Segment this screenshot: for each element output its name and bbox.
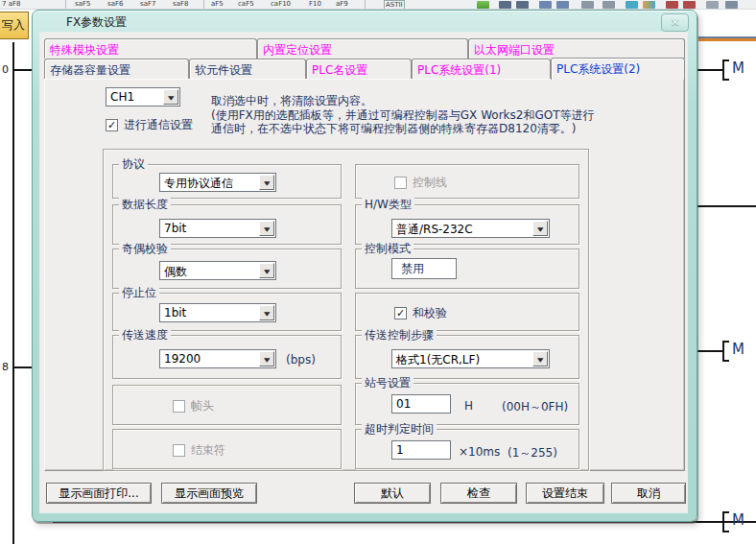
fx-parameter-dialog: FX参数设置 ✕ 特殊模块设置 内置定位设置 以太网端口设置 存储器容量设置 软… [32, 10, 697, 522]
toolbar-button[interactable]: saF8 [173, 0, 188, 8]
toolbar-button[interactable]: ASTII [384, 0, 405, 10]
station-number-input[interactable] [391, 394, 451, 414]
screen: 写入 0 8 M M M 7 aF8 saF5 saF6 saF7 saF8 a… [0, 0, 756, 544]
protocol-group: 协议 专用协议通信 ▼ [112, 164, 342, 199]
toolbar-icon[interactable] [602, 1, 615, 9]
dialog-client-area: 特殊模块设置 内置定位设置 以太网端口设置 存储器容量设置 软元件设置 PLC名… [39, 32, 688, 513]
tab-plc-system-1[interactable]: PLC系统设置(1) [412, 59, 551, 79]
screen-preview-button[interactable]: 显示画面预览 [161, 483, 257, 504]
ladder-wire [13, 69, 32, 71]
toolbar-button[interactable]: saF7 [140, 0, 155, 8]
toolbar-button[interactable]: saF5 [75, 0, 90, 8]
check-icon: ✓ [396, 308, 405, 319]
toolbar-icon[interactable] [683, 1, 696, 9]
toolbar-icon[interactable] [539, 1, 552, 9]
toolbar-button[interactable]: aF9 [336, 0, 348, 8]
rung-number-0: 0 [2, 63, 9, 76]
check-button[interactable]: 检查 [440, 483, 517, 504]
check-icon: ✓ [107, 120, 116, 130]
comm-setting-checkbox[interactable]: ✓ 进行通信设置 [106, 117, 193, 133]
default-button[interactable]: 默认 [354, 483, 431, 504]
hw-type-select[interactable]: 普通/RS-232C ▼ [391, 219, 550, 238]
ladder-wire [697, 350, 724, 352]
toolbar-icon[interactable] [581, 1, 594, 9]
protocol-select[interactable]: 专用协议通信 ▼ [159, 173, 276, 192]
toolbar-button[interactable]: caF5 [238, 0, 254, 8]
tab-memory-capacity[interactable]: 存储器容量设置 [44, 59, 189, 79]
coil-bracket-icon [722, 59, 729, 81]
coil-bracket-icon [722, 511, 729, 532]
setting-end-button[interactable]: 设置结束 [526, 483, 604, 504]
toolbar-button[interactable]: 7 aF8 [2, 0, 20, 8]
tab-builtin-positioning[interactable]: 内置定位设置 [257, 38, 468, 59]
toolbar-button[interactable]: aF5 [211, 0, 224, 8]
tab-plc-system-2[interactable]: PLC系统设置(2) [551, 58, 685, 80]
toolbar-icon[interactable] [477, 1, 489, 9]
toolbar-icon[interactable] [516, 1, 529, 9]
baud-rate-group: 传送速度 19200 ▼ (bps) [112, 335, 342, 379]
ladder-wire [697, 69, 724, 71]
toolbar-icon[interactable] [643, 1, 655, 9]
parity-select[interactable]: 偶数 ▼ [159, 261, 276, 280]
terminator-checkbox[interactable]: 结束符 [173, 442, 225, 459]
coil-device-m: M [732, 341, 744, 358]
toolbar-button[interactable]: saF6 [107, 0, 123, 8]
control-line-checkbox[interactable]: 控制线 [394, 175, 447, 191]
control-line-group: 控制线 [355, 164, 579, 199]
background-write-tab: 写入 [0, 12, 29, 39]
background-window-edge-orange [698, 38, 756, 41]
coil-device-m: M [732, 59, 744, 77]
toolbar-icon[interactable] [499, 1, 511, 9]
coil-device-m: M [732, 511, 744, 529]
toolbar-icon[interactable] [556, 1, 569, 9]
chevron-down-icon[interactable]: ▼ [532, 351, 548, 367]
hw-type-group: H/W类型 普通/RS-232C ▼ [355, 204, 579, 245]
toolbar-icon[interactable] [666, 1, 678, 9]
rung-number-8: 8 [2, 361, 9, 373]
tab-plc-name[interactable]: PLC名设置 [306, 59, 412, 79]
screen-print-button[interactable]: 显示画面打印... [46, 483, 152, 504]
close-button[interactable]: ✕ [661, 13, 689, 32]
tab-device-setting[interactable]: 软元件设置 [189, 59, 306, 79]
chevron-down-icon[interactable]: ▼ [259, 263, 274, 278]
data-length-select[interactable]: 7bit ▼ [159, 219, 276, 238]
cancel-button[interactable]: 取消 [611, 483, 686, 504]
toolbar-icon[interactable] [706, 1, 719, 9]
write-tab-label: 写入 [2, 17, 25, 34]
chevron-down-icon[interactable]: ▼ [259, 351, 274, 367]
timeout-unit-label: ×10ms [459, 445, 500, 459]
transfer-control-select[interactable]: 格式1(无CR,LF) ▼ [391, 349, 550, 368]
toolbar-button[interactable]: caF10 [271, 0, 291, 8]
close-icon: ✕ [671, 16, 679, 29]
sum-check-checkbox[interactable]: ✓ 和校验 [394, 305, 447, 321]
tab-ethernet-port[interactable]: 以太网端口设置 [468, 38, 685, 59]
timeout-input[interactable] [391, 440, 451, 460]
control-mode-group: 控制模式 禁用 [355, 248, 579, 289]
header-checkbox[interactable]: 帧头 [173, 398, 214, 414]
terminator-group: 结束符 [112, 429, 342, 469]
station-suffix-label: H [464, 399, 473, 413]
dialog-title: FX参数设置 [66, 14, 127, 31]
chevron-down-icon[interactable]: ▼ [259, 305, 274, 320]
ladder-wire [697, 205, 756, 207]
baud-rate-select[interactable]: 19200 ▼ [159, 349, 276, 368]
baud-unit-label: (bps) [286, 353, 316, 367]
timeout-range-label: (1～255) [508, 445, 557, 461]
channel-select[interactable]: CH1 ▼ [106, 87, 180, 106]
chevron-down-icon[interactable]: ▼ [163, 89, 178, 105]
ladder-left-rail [12, 42, 14, 544]
chevron-down-icon[interactable]: ▼ [259, 221, 274, 236]
data-length-group: 数据长度 7bit ▼ [112, 204, 342, 245]
tab-special-module[interactable]: 特殊模块设置 [44, 38, 257, 59]
station-number-group: 站号设置 H (00H～0FH) [355, 383, 579, 425]
chevron-down-icon[interactable]: ▼ [532, 221, 548, 236]
toolbar-button[interactable]: F10 [309, 0, 321, 8]
toolbar-icon[interactable] [725, 1, 738, 9]
coil-bracket-icon [722, 341, 729, 362]
control-mode-value: 禁用 [391, 258, 457, 279]
transfer-control-group: 传送控制步骤 格式1(无CR,LF) ▼ [355, 335, 579, 379]
chevron-down-icon[interactable]: ▼ [259, 175, 274, 190]
stop-bit-select[interactable]: 1bit ▼ [159, 303, 276, 322]
toolbar-icon[interactable] [626, 1, 638, 9]
header-group: 帧头 [112, 385, 342, 425]
